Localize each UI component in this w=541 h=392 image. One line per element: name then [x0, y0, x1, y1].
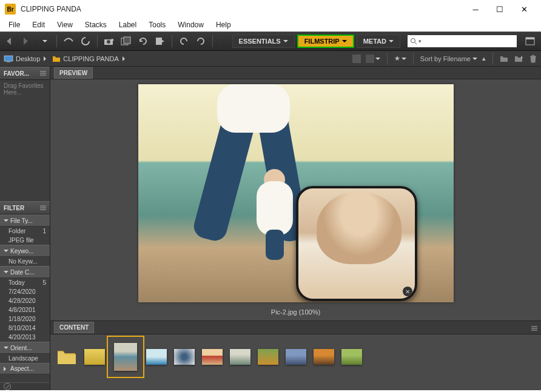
trash-icon[interactable] — [529, 55, 537, 63]
filter-datecreated-header[interactable]: Date C... — [0, 266, 50, 278]
filter-body: File Ty... Folder1 JPEG file Keywo... No… — [0, 214, 50, 382]
search-input[interactable]: ▾ — [408, 35, 517, 47]
content-tab[interactable]: CONTENT — [54, 322, 94, 333]
left-column: FAVOR... Drag Favorites Here... FILTER F… — [0, 67, 50, 390]
minimize-button[interactable]: ─ — [463, 1, 488, 18]
thumbnail[interactable] — [174, 349, 195, 365]
rotate-left-icon[interactable] — [176, 34, 191, 48]
crumb-separator — [44, 56, 49, 61]
svg-rect-4 — [156, 38, 162, 45]
menu-tools[interactable]: Tools — [143, 19, 172, 30]
sort-dropdown[interactable]: Sort by Filename — [420, 55, 477, 62]
thumbnail[interactable] — [258, 349, 278, 365]
camera-import-icon[interactable] — [102, 34, 116, 48]
cancel-filter-icon[interactable] — [4, 383, 11, 390]
loupe-close-icon[interactable]: ✕ — [403, 287, 412, 296]
menubar: File Edit View Stacks Label Tools Window… — [0, 18, 541, 32]
preview-caption: Pic-2.jpg (100%) — [271, 308, 320, 316]
favorites-panel-header[interactable]: FAVOR... — [0, 67, 50, 80]
refine-icon[interactable] — [119, 34, 133, 48]
menu-view[interactable]: View — [51, 19, 79, 30]
app-logo: Br — [5, 4, 16, 15]
filter-item[interactable]: 4/28/2020 — [0, 296, 50, 305]
workspace-metadata[interactable]: METAD — [357, 35, 400, 48]
filter-aspect-header[interactable]: Aspect... — [0, 363, 50, 374]
menu-window[interactable]: Window — [172, 19, 210, 30]
menu-help[interactable]: Help — [210, 19, 237, 30]
panel-menu-icon[interactable] — [40, 205, 46, 210]
filter-item[interactable]: Today5 — [0, 278, 50, 287]
back-button[interactable] — [4, 34, 18, 48]
thumbnail-selected[interactable] — [114, 343, 137, 371]
panel-menu-icon[interactable] — [40, 71, 46, 76]
new-folder-icon[interactable] — [500, 55, 509, 62]
boomerang-icon[interactable] — [61, 34, 76, 48]
sort-direction-icon[interactable]: ▴ — [482, 55, 486, 62]
output-icon[interactable] — [153, 34, 167, 48]
reveal-icon[interactable] — [78, 34, 93, 48]
preview-tab[interactable]: PREVIEW — [54, 67, 93, 79]
thumbnail-strip[interactable] — [50, 334, 541, 376]
rotate-ccw-icon[interactable] — [136, 34, 150, 48]
svg-rect-9 — [4, 56, 13, 61]
recent-dropdown[interactable] — [38, 34, 52, 48]
thumbnail[interactable] — [56, 348, 77, 365]
svg-point-1 — [107, 40, 110, 44]
svg-line-6 — [415, 42, 417, 44]
filter-keywords-header[interactable]: Keywo... — [0, 245, 50, 257]
svg-rect-8 — [526, 38, 534, 39]
panel-menu-icon[interactable] — [531, 322, 537, 333]
maximize-button[interactable]: ☐ — [488, 1, 512, 18]
open-recent-icon[interactable] — [514, 55, 524, 62]
star-filter-dropdown[interactable]: ★ — [394, 55, 406, 62]
crumb-folder[interactable]: CLIPPING PANDA — [52, 55, 119, 62]
close-button[interactable]: ✕ — [512, 1, 536, 18]
filter-item[interactable]: No Keyw... — [0, 257, 50, 266]
filter-item[interactable]: 7/24/2020 — [0, 287, 50, 296]
loupe-magnifier[interactable]: ✕ — [296, 186, 417, 301]
filter-item[interactable]: 4/8/20201 — [0, 305, 50, 314]
filter-filetype-header[interactable]: File Ty... — [0, 214, 50, 227]
main-area: FAVOR... Drag Favorites Here... FILTER F… — [0, 67, 541, 390]
menu-file[interactable]: File — [2, 19, 26, 30]
thumbnail[interactable] — [146, 349, 167, 365]
content-panel: CONTENT — [50, 321, 541, 390]
forward-button[interactable] — [21, 34, 35, 48]
center-column: PREVIEW ✕ Pic-2.jpg (100%) CONTENT — [50, 67, 541, 390]
preview-image: ✕ — [138, 84, 454, 302]
workspace-essentials[interactable]: ESSENTIALS — [232, 35, 295, 48]
preview-tab-row: PREVIEW — [50, 67, 541, 79]
workspace-filmstrip[interactable]: FILMSTRIP — [297, 35, 354, 48]
view-options-dropdown[interactable] — [366, 55, 380, 63]
thumbnail[interactable] — [286, 349, 306, 365]
favorites-body[interactable]: Drag Favorites Here... — [0, 80, 50, 201]
thumbnail[interactable] — [230, 349, 250, 365]
thumbnail[interactable] — [314, 349, 334, 365]
search-icon — [410, 38, 417, 45]
rotate-right-icon[interactable] — [193, 34, 208, 48]
thumbnail[interactable] — [84, 349, 105, 365]
preview-area[interactable]: ✕ Pic-2.jpg (100%) — [50, 79, 541, 321]
thumbnail[interactable] — [202, 349, 223, 365]
compact-mode-icon[interactable] — [523, 34, 537, 48]
desktop-icon — [4, 55, 13, 62]
svg-rect-11 — [352, 55, 361, 63]
folder-icon — [52, 55, 61, 62]
filter-item[interactable]: JPEG file — [0, 236, 50, 245]
window-title: CLIPPING PANDA — [21, 5, 463, 13]
filter-panel-header[interactable]: FILTER — [0, 201, 50, 214]
filter-footer — [0, 382, 50, 390]
filter-item[interactable]: 1/18/2020 — [0, 314, 50, 324]
menu-edit[interactable]: Edit — [26, 19, 51, 30]
grid-view-icon[interactable] — [352, 55, 361, 63]
menu-label[interactable]: Label — [113, 19, 143, 30]
crumb-desktop[interactable]: Desktop — [4, 55, 40, 62]
filter-item[interactable]: Landscape — [0, 354, 50, 363]
filter-orientation-header[interactable]: Orient... — [0, 342, 50, 354]
menu-stacks[interactable]: Stacks — [79, 19, 113, 30]
filter-item[interactable]: 4/20/2013 — [0, 333, 50, 342]
filter-item[interactable]: Folder1 — [0, 227, 50, 236]
thumbnail[interactable] — [341, 349, 362, 365]
filter-item[interactable]: 8/10/2014 — [0, 324, 50, 333]
titlebar: Br CLIPPING PANDA ─ ☐ ✕ — [0, 0, 541, 18]
